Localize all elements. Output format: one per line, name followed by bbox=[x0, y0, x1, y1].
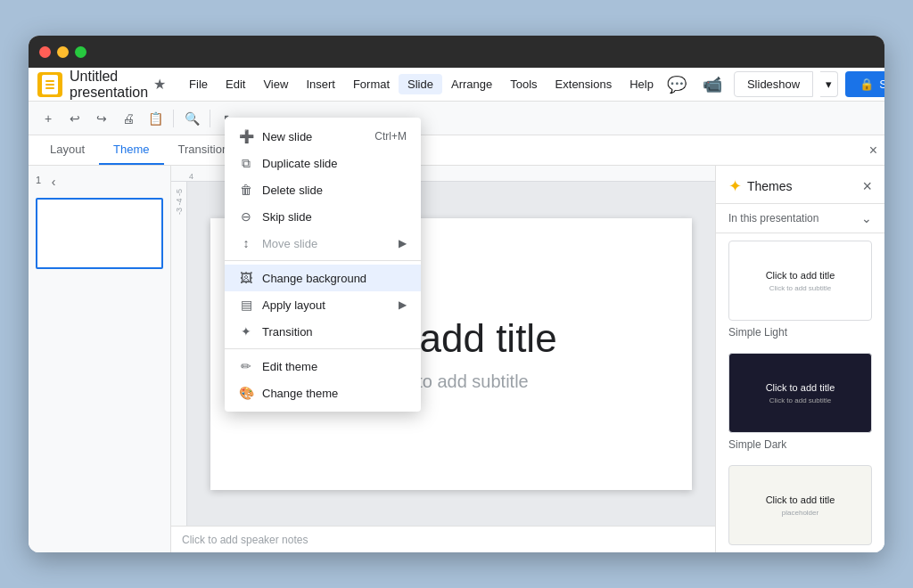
app-window: Untitled presentation ★ File Edit View I… bbox=[29, 36, 884, 552]
duplicate-slide-icon: ⧉ bbox=[239, 156, 253, 170]
duplicate-slide-label: Duplicate slide bbox=[262, 157, 338, 170]
toolbar-divider-2 bbox=[210, 110, 210, 127]
themes-header: ✦ Themes × bbox=[716, 166, 884, 204]
themes-close-btn[interactable]: × bbox=[862, 177, 872, 196]
dropdown-edit-theme[interactable]: ✏ Edit theme bbox=[225, 353, 421, 380]
menu-arrange[interactable]: Arrange bbox=[442, 74, 501, 94]
dropdown-divider-2 bbox=[225, 348, 421, 349]
menu-file[interactable]: File bbox=[180, 74, 217, 94]
speaker-notes[interactable]: Click to add speaker notes bbox=[171, 526, 715, 552]
paint-btn[interactable]: 📋 bbox=[143, 106, 168, 131]
theme-name-2: Simple Dark bbox=[728, 438, 872, 451]
doc-title-area: Untitled presentation ★ bbox=[70, 69, 166, 101]
menu-view[interactable]: View bbox=[254, 74, 297, 94]
tabs-row: Layout Theme Transition × bbox=[29, 135, 884, 166]
toolbar: + ↩ ↪ 🖨 📋 🔍 ↖ bbox=[29, 102, 884, 135]
apply-layout-label: Apply layout bbox=[262, 298, 325, 312]
dropdown-apply-layout[interactable]: ▤ Apply layout ▶ bbox=[225, 291, 421, 318]
theme-preview-title-2: Click to add title bbox=[766, 382, 835, 393]
print-btn[interactable]: 🖨 bbox=[116, 106, 141, 131]
theme-preview-subtitle-2: Click to add subtitle bbox=[769, 396, 831, 404]
slides-panel: 1 ‹ bbox=[29, 166, 171, 552]
doc-title[interactable]: Untitled presentation bbox=[70, 69, 148, 101]
theme-preview-title-3: Click to add title bbox=[766, 494, 835, 505]
add-btn[interactable]: + bbox=[36, 106, 61, 131]
dropdown-change-background[interactable]: 🖼 Change background bbox=[225, 265, 421, 291]
new-slide-label: New slide bbox=[262, 130, 312, 143]
theme-preview-3: Click to add title placeholder bbox=[728, 465, 872, 545]
delete-slide-icon: 🗑 bbox=[239, 183, 253, 197]
edit-theme-icon: ✏ bbox=[239, 359, 253, 373]
delete-slide-label: Delete slide bbox=[262, 184, 323, 197]
theme-preview-simple-light: Click to add title Click to add subtitle bbox=[728, 241, 872, 321]
close-button[interactable] bbox=[39, 46, 51, 58]
menu-bar: Untitled presentation ★ File Edit View I… bbox=[29, 68, 884, 102]
menu-insert[interactable]: Insert bbox=[297, 74, 344, 94]
in-pres-expand-icon[interactable]: ⌄ bbox=[861, 211, 872, 225]
theme-preview-subtitle-3: placeholder bbox=[782, 509, 818, 517]
change-theme-label: Change theme bbox=[262, 387, 338, 400]
dropdown-delete-slide[interactable]: 🗑 Delete slide bbox=[225, 176, 421, 203]
comment-icon[interactable]: 💬 bbox=[662, 70, 691, 99]
menu-help[interactable]: Help bbox=[621, 74, 662, 94]
slide-dropdown-menu: ➕ New slide Ctrl+M ⧉ Duplicate slide 🗑 D… bbox=[225, 118, 421, 412]
star-icon[interactable]: ★ bbox=[153, 76, 166, 93]
menu-extensions[interactable]: Extensions bbox=[547, 74, 621, 94]
tabs-close-btn[interactable]: × bbox=[869, 143, 877, 159]
undo-btn[interactable]: ↩ bbox=[62, 106, 87, 131]
themes-panel: ✦ Themes × In this presentation ⌄ Click … bbox=[715, 166, 884, 552]
transition-icon: ✦ bbox=[239, 324, 253, 339]
collapse-panel-btn[interactable]: ‹ bbox=[45, 173, 62, 191]
meeting-icon[interactable]: 📹 bbox=[698, 70, 727, 99]
share-button[interactable]: 🔒 Share bbox=[845, 71, 884, 97]
dropdown-change-theme[interactable]: 🎨 Change theme bbox=[225, 380, 421, 406]
edit-theme-label: Edit theme bbox=[262, 360, 317, 373]
in-presentation-row: In this presentation ⌄ bbox=[716, 204, 884, 233]
app-icon bbox=[37, 72, 62, 97]
slideshow-button[interactable]: Slideshow bbox=[734, 71, 813, 97]
theme-preview-title-1: Click to add title bbox=[766, 270, 835, 281]
theme-item-simple-dark[interactable]: Click to add title Click to add subtitle… bbox=[716, 346, 884, 458]
change-background-label: Change background bbox=[262, 272, 366, 285]
dropdown-skip-slide[interactable]: ⊖ Skip slide bbox=[225, 203, 421, 230]
skip-slide-label: Skip slide bbox=[262, 210, 312, 224]
slide-thumb-content bbox=[37, 200, 161, 267]
theme-item-3[interactable]: Click to add title placeholder bbox=[716, 458, 884, 552]
menu-format[interactable]: Format bbox=[344, 74, 399, 94]
main-area: 1 ‹ 4 5 6 7 8 bbox=[29, 166, 884, 552]
maximize-button[interactable] bbox=[75, 46, 86, 58]
transition-label: Transition bbox=[262, 325, 313, 339]
apply-layout-arrow: ▶ bbox=[399, 298, 407, 311]
skip-slide-icon: ⊖ bbox=[239, 209, 253, 224]
share-icon: 🔒 bbox=[860, 78, 874, 91]
tab-layout[interactable]: Layout bbox=[36, 135, 99, 165]
dropdown-transition[interactable]: ✦ Transition bbox=[225, 318, 421, 345]
menu-slide[interactable]: Slide bbox=[399, 74, 442, 94]
dropdown-new-slide[interactable]: ➕ New slide Ctrl+M bbox=[225, 123, 421, 150]
change-theme-icon: 🎨 bbox=[239, 386, 253, 400]
apply-layout-icon: ▤ bbox=[239, 298, 253, 312]
dropdown-duplicate-slide[interactable]: ⧉ Duplicate slide bbox=[225, 150, 421, 176]
new-slide-shortcut: Ctrl+M bbox=[374, 130, 407, 143]
theme-preview-subtitle-1: Click to add subtitle bbox=[769, 284, 831, 292]
traffic-lights bbox=[39, 46, 86, 58]
in-presentation-label: In this presentation bbox=[728, 212, 818, 225]
titlebar bbox=[29, 36, 884, 68]
theme-item-simple-light[interactable]: Click to add title Click to add subtitle… bbox=[716, 233, 884, 346]
dropdown-divider-1 bbox=[225, 260, 421, 261]
menu-tools[interactable]: Tools bbox=[501, 74, 546, 94]
move-slide-icon: ↕ bbox=[239, 236, 253, 250]
themes-icon: ✦ bbox=[728, 176, 742, 196]
slide-number-label: 1 bbox=[36, 175, 41, 185]
redo-btn[interactable]: ↪ bbox=[89, 106, 114, 131]
slide-thumbnail-1[interactable] bbox=[36, 198, 163, 269]
tab-theme[interactable]: Theme bbox=[99, 135, 163, 165]
menu-edit[interactable]: Edit bbox=[217, 74, 254, 94]
change-bg-icon: 🖼 bbox=[239, 271, 253, 285]
move-slide-label: Move slide bbox=[262, 237, 317, 250]
minimize-button[interactable] bbox=[57, 46, 69, 58]
theme-preview-simple-dark: Click to add title Click to add subtitle bbox=[728, 353, 872, 433]
app-content: Untitled presentation ★ File Edit View I… bbox=[29, 68, 884, 552]
slideshow-dropdown-button[interactable]: ▾ bbox=[820, 71, 838, 97]
zoom-btn[interactable]: 🔍 bbox=[179, 106, 204, 131]
